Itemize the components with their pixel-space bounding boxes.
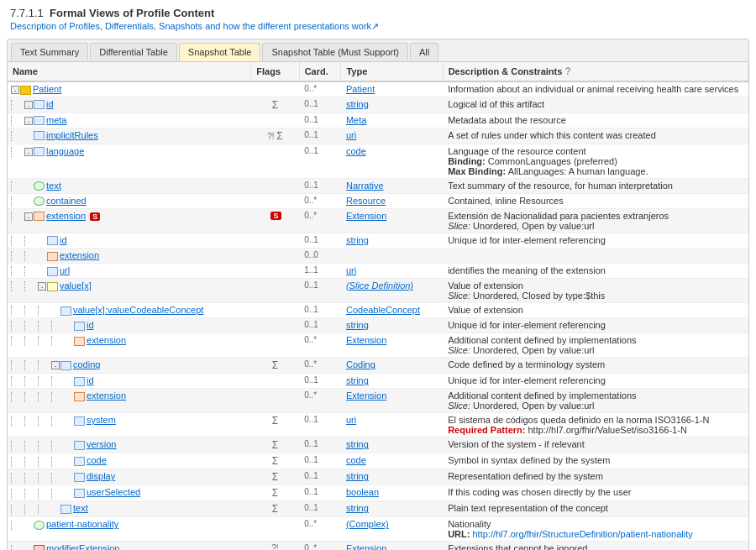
type-link[interactable]: code xyxy=(346,146,366,156)
desc-cell: Representation defined by the system xyxy=(443,469,748,485)
sigma-flag: Σ xyxy=(272,503,278,515)
row-name-link[interactable]: Patient xyxy=(33,84,61,94)
table-row: patient-nationality0..*(Complex)National… xyxy=(8,517,748,542)
type-link[interactable]: string xyxy=(346,471,369,481)
row-name-link[interactable]: implicitRules xyxy=(46,130,98,140)
name-cell: userSelected xyxy=(8,485,251,501)
desc-cell: Language of the resource contentBinding:… xyxy=(443,144,748,178)
row-name-link[interactable]: extension xyxy=(87,390,126,401)
desc-cell: Additional content defined by implementa… xyxy=(443,389,748,413)
type-link[interactable]: CodeableConcept xyxy=(346,305,420,315)
row-name-link[interactable]: meta xyxy=(46,115,66,125)
type-link[interactable]: string xyxy=(346,235,369,245)
row-name-link[interactable]: version xyxy=(87,439,116,449)
expand-button[interactable]: - xyxy=(24,117,33,125)
tab-differential-table[interactable]: Differential Table xyxy=(90,43,177,61)
name-cell: version xyxy=(8,437,251,453)
card-cell: 0..* xyxy=(299,81,341,97)
expand-button[interactable]: - xyxy=(24,212,33,221)
expand-button[interactable]: - xyxy=(24,101,33,109)
tab-snapshot-must-support[interactable]: Snapshot Table (Must Support) xyxy=(262,43,407,61)
card-cell: 0..* xyxy=(299,333,341,358)
type-cell: string xyxy=(341,318,443,333)
type-link[interactable]: Resource xyxy=(346,196,386,206)
table-row: -extension SS 0..*ExtensionExtensión de … xyxy=(8,208,748,233)
row-name-link[interactable]: value[x]:valueCodeableConcept xyxy=(73,305,203,315)
type-link[interactable]: uri xyxy=(346,130,356,140)
name-cell: patient-nationality xyxy=(8,517,251,542)
sigma-flag: Σ xyxy=(272,455,278,467)
row-name-link[interactable]: coding xyxy=(73,359,100,369)
card-cell: 0..1 xyxy=(299,178,341,193)
card-cell: 0..1 xyxy=(299,144,341,178)
row-name-link[interactable]: userSelected xyxy=(87,487,140,497)
row-name-link[interactable]: text xyxy=(73,503,88,513)
tab-text-summary[interactable]: Text Summary xyxy=(11,43,88,61)
row-name-link[interactable]: extension xyxy=(87,335,126,345)
table-row: extension0..0 xyxy=(8,248,748,263)
type-link[interactable]: string xyxy=(346,439,369,449)
type-link[interactable]: code xyxy=(346,455,366,465)
row-name-link[interactable]: id xyxy=(87,320,94,330)
table-row: id0..1stringUnique id for inter-element … xyxy=(8,318,748,333)
page-title: 7.7.1.1 Formal Views of Profile Content xyxy=(10,7,746,19)
table-header-row: Name Flags Card. Type Description & Cons… xyxy=(8,62,748,81)
name-cell: modifierExtension xyxy=(8,542,251,550)
row-name-link[interactable]: text xyxy=(46,181,61,191)
type-link[interactable]: Narrative xyxy=(346,181,384,191)
sigma-flag: Σ xyxy=(276,130,282,142)
type-link[interactable]: uri xyxy=(346,415,356,425)
type-link[interactable]: string xyxy=(346,503,369,513)
type-cell: Extension xyxy=(341,389,443,413)
table-row: id0..1stringUnique id for inter-element … xyxy=(8,233,748,248)
type-link[interactable]: string xyxy=(346,375,369,385)
type-link[interactable]: string xyxy=(346,99,369,109)
name-cell: -value[x] xyxy=(8,279,251,303)
desc-cell: Unique id for inter-element referencing xyxy=(443,374,748,389)
subtitle-link[interactable]: Description of Profiles, Differentials, … xyxy=(10,21,371,31)
name-cell: id xyxy=(8,318,251,333)
row-name-link[interactable]: value[x] xyxy=(60,280,92,291)
type-link[interactable]: (Slice Definition) xyxy=(346,280,413,291)
card-cell: 0..1 xyxy=(299,97,341,113)
type-link[interactable]: Extension xyxy=(346,543,386,550)
row-name-link[interactable]: id xyxy=(46,99,54,109)
expand-button[interactable]: - xyxy=(24,148,33,156)
row-name-link[interactable]: display xyxy=(87,471,115,481)
expand-button[interactable]: - xyxy=(51,361,60,369)
type-link[interactable]: Patient xyxy=(346,84,375,94)
table-row: versionΣ 0..1stringVersion of the system… xyxy=(8,437,748,453)
tab-snapshot-table[interactable]: Snapshot Table xyxy=(179,43,261,61)
type-link[interactable]: boolean xyxy=(346,487,379,497)
type-cell: uri xyxy=(341,264,443,279)
type-link[interactable]: Extension xyxy=(346,335,386,345)
row-name-link[interactable]: id xyxy=(87,375,94,385)
row-name-link[interactable]: code xyxy=(87,455,107,465)
flags-cell: Σ xyxy=(251,437,299,453)
type-link[interactable]: Coding xyxy=(346,359,375,369)
row-name-link[interactable]: contained xyxy=(46,196,87,206)
tabs-bar: Text Summary Differential Table Snapshot… xyxy=(8,39,748,62)
type-link[interactable]: Meta xyxy=(346,115,366,125)
name-cell: code xyxy=(8,453,251,469)
row-name-link[interactable]: language xyxy=(46,146,84,156)
desc-cell: Unique id for inter-element referencing xyxy=(443,233,748,248)
type-link[interactable]: Extension xyxy=(346,390,386,401)
type-link[interactable]: uri xyxy=(346,265,356,275)
row-name-link[interactable]: extension xyxy=(60,250,99,260)
row-name-link[interactable]: url xyxy=(60,265,70,275)
help-icon[interactable]: ? xyxy=(564,65,570,77)
expand-button[interactable]: - xyxy=(38,282,46,291)
card-cell: 0..1 xyxy=(299,303,341,318)
row-name-link[interactable]: id xyxy=(60,235,67,245)
row-name-link[interactable]: extension xyxy=(46,211,86,221)
expand-button[interactable]: - xyxy=(11,86,19,94)
row-name-link[interactable]: modifierExtension xyxy=(46,543,119,550)
type-link[interactable]: Extension xyxy=(346,211,386,221)
name-cell: id xyxy=(8,233,251,248)
row-name-link[interactable]: patient-nationality xyxy=(46,519,118,529)
tab-all[interactable]: All xyxy=(410,43,438,61)
type-link[interactable]: (Complex) xyxy=(346,519,389,529)
type-link[interactable]: string xyxy=(346,320,369,330)
row-name-link[interactable]: system xyxy=(87,415,116,425)
